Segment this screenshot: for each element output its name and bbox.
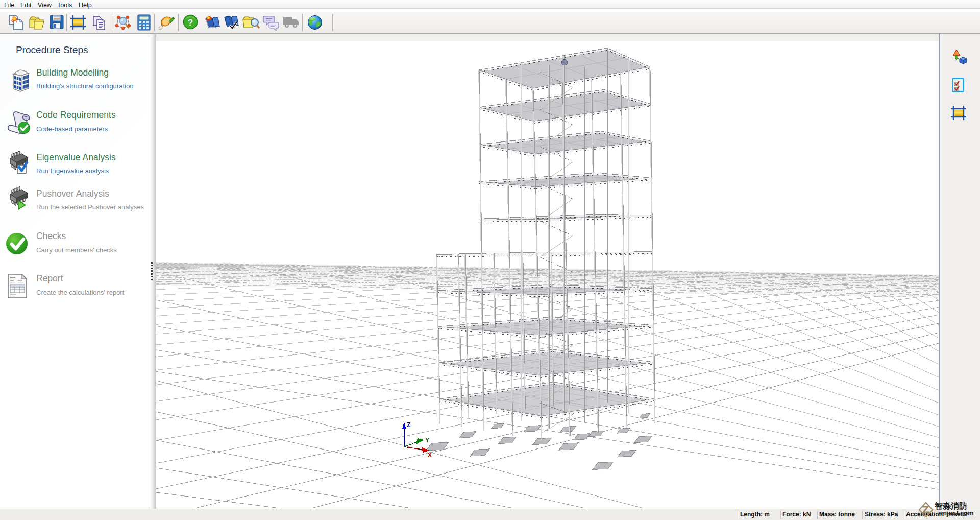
svg-text:?: ? xyxy=(188,18,193,28)
svg-text:X: X xyxy=(428,452,432,459)
svg-text:Z: Z xyxy=(407,421,410,429)
svg-text:Y: Y xyxy=(425,437,429,444)
